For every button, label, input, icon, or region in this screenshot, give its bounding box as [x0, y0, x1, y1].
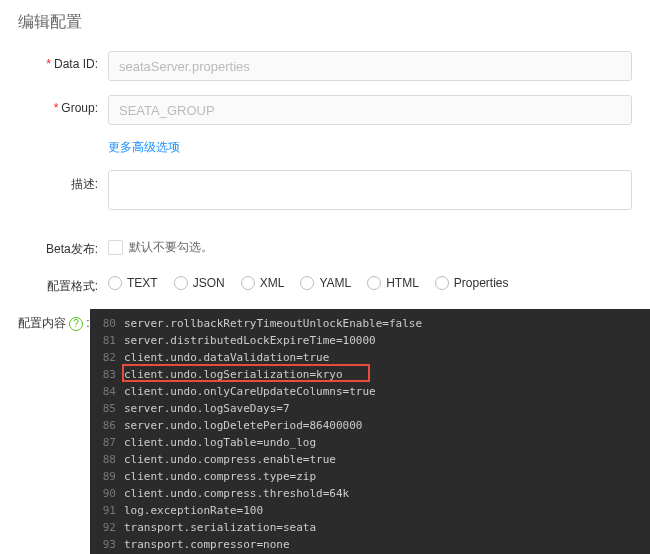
advanced-link[interactable]: 更多高级选项 [108, 140, 180, 154]
editor-line[interactable]: 81server.distributedLockExpireTime=10000 [90, 332, 650, 349]
editor-line[interactable]: 92transport.serialization=seata [90, 519, 650, 536]
page-title: 编辑配置 [18, 12, 632, 33]
format-radio-text[interactable]: TEXT [108, 276, 158, 290]
editor-line[interactable]: 83client.undo.logSerialization=kryo [90, 366, 650, 383]
beta-hint: 默认不要勾选。 [129, 239, 213, 256]
editor-line[interactable]: 87client.undo.logTable=undo_log [90, 434, 650, 451]
editor-line[interactable]: 82client.undo.dataValidation=true [90, 349, 650, 366]
help-icon[interactable]: ? [69, 317, 83, 331]
format-radio-yaml[interactable]: YAML [300, 276, 351, 290]
desc-textarea[interactable] [108, 170, 632, 210]
editor-line[interactable]: 84client.undo.onlyCareUpdateColumns=true [90, 383, 650, 400]
code-editor[interactable]: 80server.rollbackRetryTimeoutUnlockEnabl… [90, 309, 650, 554]
editor-line[interactable]: 90client.undo.compress.threshold=64k [90, 485, 650, 502]
data-id-input[interactable] [108, 51, 632, 81]
editor-line[interactable]: 88client.undo.compress.enable=true [90, 451, 650, 468]
format-label: 配置格式: [18, 272, 108, 295]
editor-line[interactable]: 93transport.compressor=none [90, 536, 650, 553]
beta-checkbox[interactable] [108, 240, 123, 255]
editor-line[interactable]: 86server.undo.logDeletePeriod=86400000 [90, 417, 650, 434]
beta-label: Beta发布: [18, 235, 108, 258]
editor-line[interactable]: 85server.undo.logSaveDays=7 [90, 400, 650, 417]
format-radio-json[interactable]: JSON [174, 276, 225, 290]
content-label: 配置内容? : [0, 309, 90, 332]
format-radio-html[interactable]: HTML [367, 276, 419, 290]
format-radio-properties[interactable]: Properties [435, 276, 509, 290]
editor-line[interactable]: 80server.rollbackRetryTimeoutUnlockEnabl… [90, 315, 650, 332]
data-id-label: *Data ID: [18, 51, 108, 71]
desc-label: 描述: [18, 170, 108, 193]
editor-line[interactable]: 89client.undo.compress.type=zip [90, 468, 650, 485]
editor-line[interactable]: 91log.exceptionRate=100 [90, 502, 650, 519]
group-input[interactable] [108, 95, 632, 125]
group-label: *Group: [18, 95, 108, 115]
format-radio-group: TEXTJSONXMLYAMLHTMLProperties [108, 272, 632, 290]
format-radio-xml[interactable]: XML [241, 276, 285, 290]
